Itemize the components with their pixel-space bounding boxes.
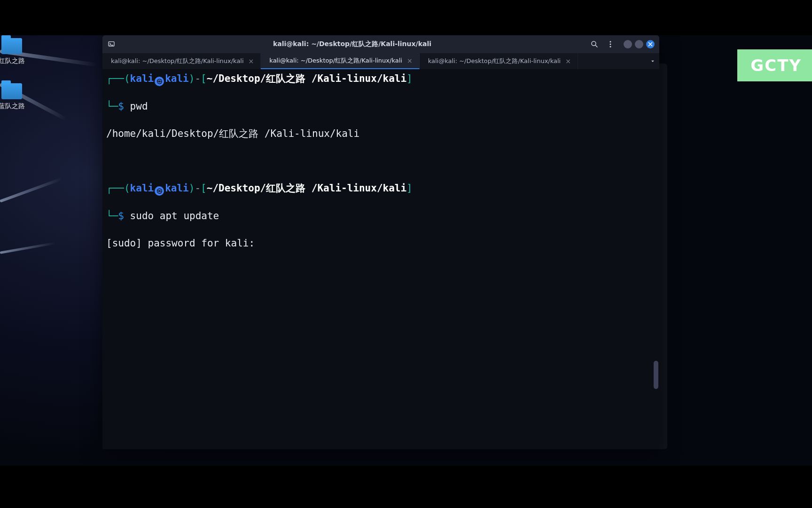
prompt-host: kali	[165, 183, 189, 194]
desktop-folder-blue-team[interactable]: 蓝队之路	[0, 83, 28, 110]
background-window-edge	[658, 64, 667, 449]
tab-bar: kali@kali: ~/Desktop/红队之路/Kali-linux/kal…	[102, 53, 659, 69]
command-output: [sudo] password for kali:	[106, 237, 656, 250]
folder-icon	[1, 83, 22, 99]
tab-label: kali@kali: ~/Desktop/红队之路/Kali-linux/kal…	[428, 57, 561, 65]
search-icon[interactable]	[589, 39, 600, 50]
prompt-host: kali	[165, 73, 189, 84]
tab-label: kali@kali: ~/Desktop/红队之路/Kali-linux/kal…	[269, 56, 402, 65]
svg-point-3	[610, 44, 611, 45]
terminal-output-area[interactable]: ┌──(kali㉿kali)-[~/Desktop/红队之路 /Kali-lin…	[102, 69, 659, 449]
desktop-icon-label: 蓝队之路	[0, 102, 28, 110]
command-text: sudo apt update	[130, 210, 219, 222]
desktop-icon-label: 红队之路	[0, 57, 28, 65]
folder-icon	[1, 38, 22, 54]
tab-close-icon[interactable]: ×	[249, 57, 254, 65]
maximize-button[interactable]	[635, 40, 643, 48]
scrollbar[interactable]	[654, 69, 658, 449]
command-text: pwd	[130, 101, 148, 112]
desktop: 红队之路 蓝队之路 kali@kali: ~/Desktop/红队之路/Kali…	[0, 35, 812, 466]
tab-close-icon[interactable]: ×	[407, 57, 413, 64]
svg-point-2	[610, 41, 611, 42]
titlebar[interactable]: kali@kali: ~/Desktop/红队之路/Kali-linux/kal…	[102, 35, 659, 53]
close-button[interactable]	[646, 40, 655, 48]
watermark-text: GCTY	[750, 56, 802, 75]
prompt-path: /Desktop/红队之路 /Kali-linux/kali	[212, 73, 406, 84]
wallpaper-decor	[0, 177, 62, 203]
tab-label: kali@kali: ~/Desktop/红队之路/Kali-linux/kal…	[111, 57, 244, 65]
prompt-path: /Desktop/红队之路 /Kali-linux/kali	[212, 183, 406, 194]
prompt-path-prefix: ~	[207, 73, 213, 84]
menu-kebab-icon[interactable]	[605, 39, 616, 50]
terminal-tab[interactable]: kali@kali: ~/Desktop/红队之路/Kali-linux/kal…	[261, 53, 419, 69]
svg-point-1	[592, 41, 596, 46]
terminal-window: kali@kali: ~/Desktop/红队之路/Kali-linux/kal…	[102, 35, 659, 449]
prompt-user: kali	[130, 73, 154, 84]
command-output: /home/kali/Desktop/红队之路 /Kali-linux/kali	[106, 127, 656, 141]
kali-skull-icon: ㉿	[155, 77, 164, 86]
window-title: kali@kali: ~/Desktop/红队之路/Kali-linux/kal…	[119, 40, 585, 48]
wallpaper-decor	[0, 242, 56, 254]
scrollbar-thumb[interactable]	[654, 361, 658, 389]
svg-point-4	[610, 46, 611, 48]
tab-close-icon[interactable]: ×	[565, 57, 571, 65]
prompt-path-prefix: ~	[207, 183, 213, 194]
terminal-app-icon	[107, 40, 116, 48]
prompt-user: kali	[130, 183, 154, 194]
watermark-badge: GCTY	[737, 49, 812, 81]
terminal-tab[interactable]: kali@kali: ~/Desktop/红队之路/Kali-linux/kal…	[420, 53, 578, 69]
terminal-tab[interactable]: kali@kali: ~/Desktop/红队之路/Kali-linux/kal…	[102, 53, 261, 69]
new-tab-dropdown-icon[interactable]	[646, 53, 659, 69]
kali-skull-icon: ㉿	[155, 186, 164, 196]
minimize-button[interactable]	[624, 40, 632, 48]
desktop-folder-red-team[interactable]: 红队之路	[0, 38, 28, 65]
